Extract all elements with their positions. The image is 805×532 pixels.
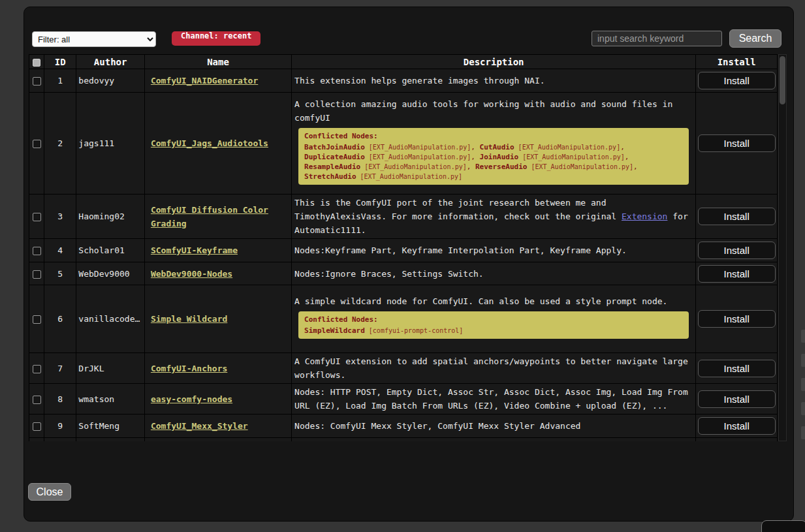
table-row: 4 Scholar01 SComfyUI-Keyframe Nodes:Keyf… xyxy=(29,239,778,262)
table-row: 5 WebDev9000 WebDev9000-Nodes Nodes:Igno… xyxy=(29,262,778,285)
table-row: 10 zcfrank1st ComfyUI Yolov8 Nodes: Yolo… xyxy=(29,438,778,442)
extension-description: A simple wildcard node for ComfyUI. Can … xyxy=(292,285,696,353)
extension-description: A ComfyUI extension to add spatial ancho… xyxy=(292,353,696,384)
table-row: 2 jags111 ComfyUI_Jags_Audiotools A coll… xyxy=(29,93,778,195)
extension-name-link[interactable]: easy-comfy-nodes xyxy=(151,394,232,404)
extension-id: 5 xyxy=(44,262,76,285)
background-menu-fragment xyxy=(801,354,805,367)
extension-description: Nodes: Yolov8Detection, Yolov8Segmentati… xyxy=(292,438,696,442)
extension-description: This is the ComfyUI port of the joint re… xyxy=(292,195,696,239)
extension-author: vanillacode… xyxy=(76,285,145,353)
extension-description: A collection amazing audio tools for wor… xyxy=(292,93,696,195)
table-scrollbar[interactable] xyxy=(778,54,787,441)
extension-id: 8 xyxy=(44,384,76,415)
row-checkbox[interactable] xyxy=(33,422,41,431)
table-row: 1 bedovyy ComfyUI_NAIDGenerator This ext… xyxy=(29,69,778,93)
close-button[interactable]: Close xyxy=(28,483,71,501)
row-checkbox[interactable] xyxy=(33,396,41,404)
extensions-table-body: 1 bedovyy ComfyUI_NAIDGenerator This ext… xyxy=(29,69,778,442)
column-header-install: Install xyxy=(696,55,778,69)
extension-id: 10 xyxy=(44,438,76,442)
table-row: 3 Haoming02 ComfyUI Diffusion Color Grad… xyxy=(29,195,778,239)
table-row: 7 DrJKL ComfyUI-Anchors A ComfyUI extens… xyxy=(29,353,778,384)
extension-author: SoftMeng xyxy=(76,415,145,438)
row-checkbox[interactable] xyxy=(33,77,41,86)
description-link[interactable]: Extension xyxy=(622,211,667,221)
extensions-table-grid: ID Author Name Description Install 1 bed… xyxy=(29,54,778,441)
table-row: 9 SoftMeng ComfyUI_Mexx_Styler Nodes: Co… xyxy=(29,415,778,438)
table-row: 8 wmatson easy-comfy-nodes Nodes: HTTP P… xyxy=(29,384,778,415)
row-checkbox[interactable] xyxy=(33,315,41,324)
extension-description-text: A ComfyUI extension to add spatial ancho… xyxy=(294,354,693,382)
extension-author: WebDev9000 xyxy=(76,262,145,285)
filter-select[interactable]: Filter: all xyxy=(32,31,156,47)
column-header-checkbox xyxy=(29,55,44,69)
extension-description: Nodes: ComfyUI Mexx Styler, ComfyUI Mexx… xyxy=(292,415,696,438)
column-header-description: Description xyxy=(292,55,696,69)
row-checkbox[interactable] xyxy=(33,247,41,255)
extension-name-link[interactable]: WebDev9000-Nodes xyxy=(151,269,232,279)
extension-author: Haoming02 xyxy=(76,195,145,239)
table-row: 6 vanillacode… Simple Wildcard A simple … xyxy=(29,285,778,353)
extension-author: jags111 xyxy=(76,93,145,195)
extension-description: Nodes:Ignore Braces, Settings Switch. xyxy=(292,262,696,285)
install-button[interactable]: Install xyxy=(698,265,776,283)
extension-description-text: A simple wildcard node for ComfyUI. Can … xyxy=(294,294,693,308)
extension-name-link[interactable]: ComfyUI_NAIDGenerator xyxy=(151,76,258,86)
background-corner-button-fragment xyxy=(761,520,805,532)
channel-badge: Channel: recent xyxy=(172,31,260,46)
table-header-row: ID Author Name Description Install xyxy=(29,55,778,69)
custom-nodes-manager-dialog: Filter: all Channel: recent Search ID Au… xyxy=(24,7,794,522)
install-button[interactable]: Install xyxy=(698,72,776,89)
extension-name-link[interactable]: ComfyUI_Mexx_Styler xyxy=(151,421,248,431)
extension-name-link[interactable]: SComfyUI-Keyframe xyxy=(151,245,238,255)
column-header-author: Author xyxy=(76,55,145,69)
extension-author: Scholar01 xyxy=(76,239,145,262)
extension-description-text: Nodes: ComfyUI Mexx Styler, ComfyUI Mexx… xyxy=(294,419,693,433)
column-header-id: ID xyxy=(44,55,76,69)
extension-description: Nodes: HTTP POST, Empty Dict, Assoc Str,… xyxy=(292,384,696,415)
install-button[interactable]: Install xyxy=(698,310,776,328)
conflicted-nodes-list: SimpleWildcard [comfyui-prompt-control] xyxy=(304,326,683,336)
install-button[interactable]: Install xyxy=(698,134,776,152)
row-checkbox[interactable] xyxy=(33,270,41,279)
row-checkbox[interactable] xyxy=(33,140,41,148)
extension-description-text: Nodes: Yolov8Detection, Yolov8Segmentati… xyxy=(294,439,693,441)
select-all-checkbox[interactable] xyxy=(33,59,40,67)
table-scrollbar-thumb[interactable] xyxy=(780,56,785,104)
row-checkbox[interactable] xyxy=(33,365,41,373)
extension-id: 4 xyxy=(44,239,76,262)
extension-description-text: Nodes:Keyframe Part, Keyframe Interpolat… xyxy=(294,243,693,257)
extension-description: This extension helps generate images thr… xyxy=(292,69,696,93)
conflicted-nodes-list: BatchJoinAudio [EXT_AudioManipulation.py… xyxy=(304,142,683,181)
extension-description-text: Nodes:Ignore Braces, Settings Switch. xyxy=(294,267,693,281)
row-checkbox[interactable] xyxy=(33,213,41,221)
search-button[interactable]: Search xyxy=(729,29,781,48)
extension-author: wmatson xyxy=(76,384,145,415)
install-button[interactable]: Install xyxy=(698,417,776,435)
extension-name-link[interactable]: ComfyUI-Anchors xyxy=(151,364,227,373)
search-input[interactable] xyxy=(592,31,722,46)
extension-id: 1 xyxy=(44,69,76,93)
extension-name-link[interactable]: Simple Wildcard xyxy=(151,314,227,324)
conflicted-nodes-title: Conflicted Nodes: xyxy=(304,315,683,324)
extension-id: 2 xyxy=(44,93,76,195)
install-button[interactable]: Install xyxy=(698,360,776,377)
background-menu-fragment xyxy=(801,402,805,415)
extension-name-link[interactable]: ComfyUI Diffusion Color Grading xyxy=(151,205,268,228)
extension-description-text: This is the ComfyUI port of the joint re… xyxy=(294,196,693,237)
extensions-table: ID Author Name Description Install 1 bed… xyxy=(29,54,787,441)
install-button[interactable]: Install xyxy=(698,390,776,408)
extension-id: 9 xyxy=(44,415,76,438)
conflicted-nodes-title: Conflicted Nodes: xyxy=(304,131,683,141)
extension-author: DrJKL xyxy=(76,353,145,384)
install-button[interactable]: Install xyxy=(698,208,776,225)
extension-description-text: Nodes: HTTP POST, Empty Dict, Assoc Str,… xyxy=(294,385,693,413)
extension-description-text: A collection amazing audio tools for wor… xyxy=(294,97,693,125)
conflicted-nodes-box: Conflicted Nodes: BatchJoinAudio [EXT_Au… xyxy=(298,128,689,185)
install-button[interactable]: Install xyxy=(698,242,776,259)
extension-name-link[interactable]: ComfyUI_Jags_Audiotools xyxy=(151,138,268,148)
conflicted-nodes-box: Conflicted Nodes: SimpleWildcard [comfyu… xyxy=(298,311,689,339)
extension-author: zcfrank1st xyxy=(76,438,145,442)
column-header-name: Name xyxy=(144,55,291,69)
